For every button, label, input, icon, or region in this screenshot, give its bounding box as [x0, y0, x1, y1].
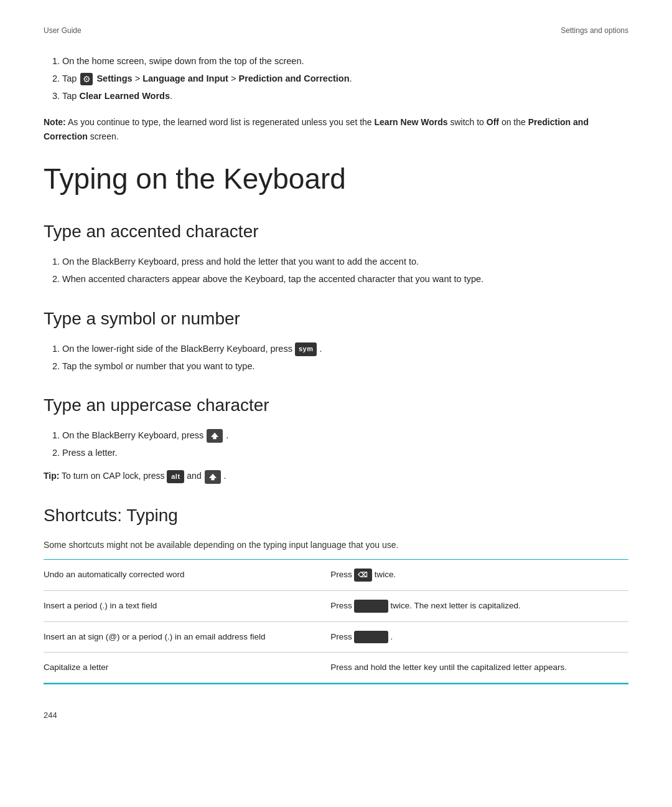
del-key: ⌫	[354, 569, 372, 582]
intro-steps: On the home screen, swipe down from the …	[44, 55, 628, 103]
shortcut-instruction-4: Press and hold the letter key until the …	[324, 653, 628, 683]
shift-key-1	[207, 429, 223, 443]
shortcuts-table: Undo an automatically corrected word Pre…	[44, 560, 628, 683]
intro-step-2-text: Tap Settings > Language and Input > Pred…	[62, 73, 352, 83]
page-title: Typing on the Keyboard	[44, 162, 628, 196]
shortcut-action-2: Insert a period (.) in a text field	[44, 590, 324, 621]
intro-step-3-text: Tap Clear Learned Words.	[62, 91, 172, 101]
tip-text: To turn on CAP lock, press alt and .	[62, 471, 226, 481]
space-key-2	[354, 631, 388, 644]
intro-step-2: Tap Settings > Language and Input > Pred…	[62, 72, 628, 86]
shortcut-action-4: Capitalize a letter	[44, 653, 324, 683]
svg-marker-1	[208, 473, 216, 480]
symbol-step-1-text: On the lower-right side of the BlackBerr…	[62, 344, 322, 354]
section-uppercase: Type an uppercase character On the Black…	[44, 392, 628, 484]
shortcuts-subtitle: Some shortcuts might not be available de…	[44, 539, 628, 552]
note-text: As you continue to type, the learned wor…	[44, 117, 589, 141]
page: User Guide Settings and options On the h…	[0, 0, 672, 807]
shortcut-action-1: Undo an automatically corrected word	[44, 560, 324, 590]
alt-key: alt	[167, 470, 184, 484]
header-left: User Guide	[44, 25, 82, 36]
tip-box: Tip: To turn on CAP lock, press alt and …	[44, 469, 628, 483]
shortcut-instruction-3: Press .	[324, 621, 628, 653]
page-footer: 244	[44, 709, 628, 722]
note-box: Note: As you continue to type, the learn…	[44, 115, 628, 143]
uppercase-step-2-text: Press a letter.	[62, 448, 118, 458]
shortcuts-bottom-divider	[44, 683, 628, 684]
shortcuts-section: Shortcuts: Typing Some shortcuts might n…	[44, 503, 628, 684]
section-symbol-title: Type a symbol or number	[44, 306, 628, 332]
section-symbol: Type a symbol or number On the lower-rig…	[44, 306, 628, 374]
tip-label: Tip:	[44, 471, 59, 481]
shortcuts-title: Shortcuts: Typing	[44, 503, 628, 529]
symbol-step-2: Tap the symbol or number that you want t…	[62, 359, 628, 374]
accented-step-2-text: When accented characters appear above th…	[62, 274, 483, 284]
shortcut-row-4: Capitalize a letter Press and hold the l…	[44, 653, 628, 683]
shortcut-action-3: Insert an at sign (@) or a period (.) in…	[44, 621, 324, 653]
symbol-step-1: On the lower-right side of the BlackBerr…	[62, 342, 628, 356]
uppercase-step-1-text: On the BlackBerry Keyboard, press .	[62, 430, 228, 440]
shortcut-instruction-1: Press ⌫ twice.	[324, 560, 628, 590]
shortcut-instruction-2: Press twice. The next letter is capitali…	[324, 590, 628, 621]
shift-key-2	[205, 470, 221, 484]
accented-step-2: When accented characters appear above th…	[62, 272, 628, 286]
intro-step-3: Tap Clear Learned Words.	[62, 90, 628, 103]
accented-step-1: On the BlackBerry Keyboard, press and ho…	[62, 255, 628, 269]
svg-marker-0	[211, 433, 218, 440]
header-right: Settings and options	[561, 25, 628, 36]
uppercase-step-1: On the BlackBerry Keyboard, press .	[62, 428, 628, 443]
space-key-1	[354, 600, 388, 613]
page-header: User Guide Settings and options	[44, 25, 628, 36]
accented-step-1-text: On the BlackBerry Keyboard, press and ho…	[62, 257, 419, 267]
symbol-step-2-text: Tap the symbol or number that you want t…	[62, 361, 255, 371]
intro-step-1: On the home screen, swipe down from the …	[62, 55, 628, 68]
shortcut-row-2: Insert a period (.) in a text field Pres…	[44, 590, 628, 621]
section-accented-title: Type an accented character	[44, 219, 628, 245]
shortcut-row-3: Insert an at sign (@) or a period (.) in…	[44, 621, 628, 653]
settings-icon	[80, 73, 93, 85]
section-accented: Type an accented character On the BlackB…	[44, 219, 628, 286]
sym-key: sym	[295, 342, 317, 356]
shortcut-row-1: Undo an automatically corrected word Pre…	[44, 560, 628, 590]
section-uppercase-title: Type an uppercase character	[44, 392, 628, 418]
uppercase-step-2: Press a letter.	[62, 446, 628, 460]
note-label: Note:	[44, 117, 66, 127]
page-number: 244	[44, 710, 57, 720]
intro-step-1-text: On the home screen, swipe down from the …	[62, 56, 304, 66]
